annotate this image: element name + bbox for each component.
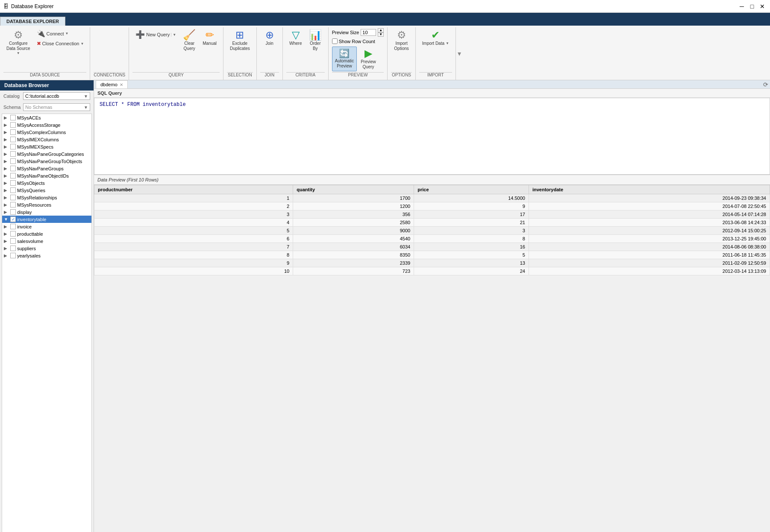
table-cell: 8 — [94, 251, 293, 259]
tree-item[interactable]: ▶invoice — [2, 223, 91, 230]
tree-item[interactable]: ▶MSysObjects — [2, 179, 91, 187]
tree-item-checkbox[interactable] — [10, 209, 16, 215]
preview-query-button[interactable]: ▶ PreviewQuery — [358, 47, 379, 71]
tree-item[interactable]: ▶salesvolume — [2, 237, 91, 245]
tree-item[interactable]: ▶MSysQueries — [2, 187, 91, 194]
datasource-label: DATA SOURCE — [3, 72, 86, 78]
new-query-button[interactable]: ➕ New Query ▼ — [132, 28, 179, 41]
schema-dropdown[interactable]: No Schemas ▼ — [23, 103, 90, 111]
automatic-preview-button[interactable]: 🔄 AutomaticPreview — [332, 47, 357, 71]
tree-item-checkbox[interactable] — [10, 253, 16, 258]
preview-table: productnumberquantitypriceinventorydate1… — [94, 185, 770, 275]
doc-tab-close[interactable]: ✕ — [120, 82, 123, 87]
tree-item-checkbox[interactable] — [10, 166, 16, 171]
import-data-button[interactable]: ✔ Import Data ▼ — [419, 28, 452, 48]
exclude-duplicates-button[interactable]: ⊞ ExcludeDuplicates — [227, 28, 253, 53]
tree-item-checkbox[interactable] — [10, 202, 16, 208]
preview-size-up[interactable]: ▲ — [378, 28, 384, 32]
tree-item-checkbox[interactable] — [10, 151, 16, 157]
maximize-button[interactable]: □ — [748, 2, 756, 11]
dbdemo-tab[interactable]: dbdemo ✕ — [96, 80, 128, 88]
show-row-count-checkbox[interactable] — [332, 38, 338, 44]
tree-item[interactable]: ▼✓inventorytable — [2, 216, 91, 223]
tree-item-checkbox[interactable] — [10, 180, 16, 186]
title-bar-controls: ─ □ ✕ — [738, 2, 767, 11]
close-connection-button[interactable]: ✖ Close Connection ▼ — [34, 39, 87, 48]
tree-item-checkbox[interactable] — [10, 144, 16, 149]
ribbon-group-connections: CONNECTIONS — [90, 27, 129, 80]
import-options-button[interactable]: ⚙ ImportOptions — [391, 28, 411, 53]
join-label: JOIN — [260, 72, 279, 78]
tree-item-checkbox[interactable] — [10, 173, 16, 178]
doc-tab-bar: dbdemo ✕ ⟳ — [94, 80, 770, 89]
import-label: IMPORT — [419, 72, 452, 78]
table-row: 10723242012-03-14 13:13:09 — [94, 267, 770, 275]
tree-item-arrow: ▼ — [4, 217, 9, 222]
tree-item-arrow: ▶ — [4, 137, 9, 142]
tree-item[interactable]: ▶MSysIMEXSpecs — [2, 143, 91, 150]
tree-item-checkbox[interactable] — [10, 195, 16, 200]
catalog-dropdown[interactable]: C:\tutorial.accdb ▼ — [23, 92, 90, 100]
tree-item-checkbox[interactable] — [10, 129, 16, 135]
clear-query-button[interactable]: 🧹 ClearQuery — [180, 28, 199, 53]
connect-button[interactable]: 🔌 Connect ▼ — [34, 28, 87, 39]
minimize-button[interactable]: ─ — [738, 2, 746, 11]
tree-item[interactable]: ▶MSysNavPaneGroupToObjects — [2, 158, 91, 165]
table-cell: 4 — [94, 219, 293, 227]
doc-tab-label: dbdemo — [100, 82, 118, 87]
new-query-dropdown[interactable]: ▼ — [171, 33, 176, 37]
tree-item-arrow: ▶ — [4, 115, 9, 120]
app-tab-bar: DATABASE EXPLORER — [0, 13, 770, 26]
database-explorer-tab[interactable]: DATABASE EXPLORER — [0, 17, 65, 26]
tree-item[interactable]: ▶MSysACEs — [2, 114, 91, 121]
tree-item[interactable]: ▶display — [2, 208, 91, 216]
tree-item-checkbox[interactable] — [10, 238, 16, 244]
tree-item[interactable]: ▶MSysComplexColumns — [2, 129, 91, 136]
tree-item[interactable]: ▶MSysIMEXColumns — [2, 136, 91, 143]
tree-item[interactable]: ▶MSysNavPaneGroupCategories — [2, 150, 91, 158]
close-button[interactable]: ✕ — [758, 2, 767, 11]
tree-item-checkbox[interactable]: ✓ — [10, 216, 16, 222]
tree-item[interactable]: ▶MSysAccessStorage — [2, 121, 91, 129]
table-cell: 8350 — [293, 251, 414, 259]
tree-item[interactable]: ▶suppliers — [2, 245, 91, 252]
tree-item-checkbox[interactable] — [10, 231, 16, 237]
tree-item[interactable]: ▶producttable — [2, 230, 91, 237]
preview-table-container[interactable]: productnumberquantitypriceinventorydate1… — [94, 185, 770, 532]
table-cell: 17 — [414, 210, 529, 219]
tree-item-checkbox[interactable] — [10, 187, 16, 193]
ribbon: ⚙ ConfigureData Source ▼ 🔌 Connect ▼ ✖ C… — [0, 26, 770, 80]
where-button[interactable]: ▽ Where — [286, 28, 305, 48]
tree-item[interactable]: ▶MSysResources — [2, 201, 91, 208]
tree-item[interactable]: ▶MSysNavPaneObjectIDs — [2, 172, 91, 179]
preview-size-input[interactable] — [361, 29, 376, 36]
tree-item-checkbox[interactable] — [10, 115, 16, 120]
tree-item-checkbox[interactable] — [10, 158, 16, 164]
table-row: 3356172014-05-14 07:14:28 — [94, 210, 770, 219]
import-data-dropdown[interactable]: ▼ — [446, 41, 449, 46]
tree-item-label: MSysQueries — [17, 188, 45, 193]
configure-button[interactable]: ⚙ ConfigureData Source ▼ — [3, 28, 33, 57]
tree-item-checkbox[interactable] — [10, 224, 16, 229]
order-by-button[interactable]: 📊 OrderBy — [306, 28, 325, 53]
join-button[interactable]: ⊕ Join — [260, 28, 279, 48]
connect-dropdown[interactable]: ▼ — [65, 32, 69, 35]
tree-item-checkbox[interactable] — [10, 122, 16, 128]
ribbon-group-options: ⚙ ImportOptions OPTIONS — [388, 27, 415, 80]
tree-item[interactable]: ▶yearlysales — [2, 252, 91, 259]
tree-item-arrow: ▶ — [4, 159, 9, 164]
tree-item-arrow: ▶ — [4, 210, 9, 214]
tree-item-checkbox[interactable] — [10, 137, 16, 142]
options-buttons: ⚙ ImportOptions — [391, 27, 411, 71]
preview-size-down[interactable]: ▼ — [378, 32, 384, 37]
tree-item-checkbox[interactable] — [10, 246, 16, 251]
table-cell: 6 — [94, 235, 293, 243]
manual-button[interactable]: ✏ Manual — [200, 28, 220, 48]
close-conn-dropdown[interactable]: ▼ — [80, 42, 84, 46]
sql-editor[interactable]: SELECT * FROM inventorytable — [94, 98, 770, 175]
configure-dropdown[interactable]: ▼ — [17, 51, 20, 55]
doc-tab-refresh[interactable]: ⟳ — [763, 81, 768, 88]
tree-item[interactable]: ▶MSysNavPaneGroups — [2, 165, 91, 172]
tree-item[interactable]: ▶MSysRelationships — [2, 194, 91, 201]
table-cell: 3 — [414, 227, 529, 235]
